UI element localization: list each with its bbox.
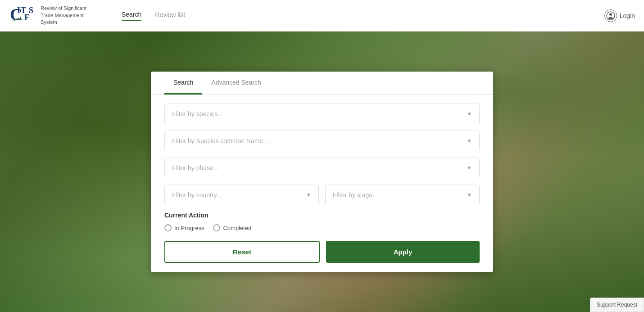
filter-country-dropdown[interactable]: Filter by country... ▼ bbox=[164, 185, 319, 205]
radio-completed-circle bbox=[213, 224, 220, 231]
radio-in-progress-circle bbox=[164, 224, 172, 231]
login-area[interactable]: Login bbox=[604, 9, 635, 22]
reset-button[interactable]: Reset bbox=[164, 241, 320, 263]
phase-chevron-icon: ▼ bbox=[467, 165, 472, 171]
apply-button[interactable]: Apply bbox=[326, 241, 480, 263]
species-chevron-icon: ▼ bbox=[467, 111, 472, 117]
svg-text:C: C bbox=[10, 5, 21, 24]
logo: C I T E S Review of Significant Trade Ma… bbox=[9, 3, 95, 28]
login-label: Login bbox=[620, 12, 635, 19]
filter-species-common-placeholder: Filter by Species common Name... bbox=[172, 137, 268, 145]
radio-completed[interactable]: Completed bbox=[213, 224, 251, 231]
radio-options: In Progress Completed bbox=[164, 224, 480, 231]
filter-species-common-dropdown[interactable]: Filter by Species common Name... ▼ bbox=[164, 131, 480, 151]
nav-review-list[interactable]: Review list bbox=[155, 11, 185, 20]
country-chevron-icon: ▼ bbox=[306, 192, 311, 198]
current-action-section: Current Action In Progress Completed bbox=[164, 212, 480, 231]
tab-content: Filter by species... ▼ Filter by Species… bbox=[151, 95, 493, 236]
filter-phase-dropdown[interactable]: Filter by phase... ▼ bbox=[164, 158, 480, 178]
filter-phase-placeholder: Filter by phase... bbox=[172, 164, 219, 172]
species-common-chevron-icon: ▼ bbox=[467, 138, 472, 144]
main-nav: Search Review list bbox=[122, 11, 185, 21]
filter-country-placeholder: Filter by country... bbox=[172, 191, 222, 199]
filter-row: Filter by country... ▼ Filter by stage..… bbox=[164, 185, 480, 205]
tab-search[interactable]: Search bbox=[164, 72, 202, 95]
modal-tabs: Search Advanced Search bbox=[151, 72, 493, 95]
user-icon bbox=[604, 9, 617, 22]
filter-species-dropdown[interactable]: Filter by species... ▼ bbox=[164, 104, 480, 124]
current-action-label: Current Action bbox=[164, 212, 480, 219]
radio-in-progress-label: In Progress bbox=[174, 225, 204, 231]
search-modal: Search Advanced Search Filter by species… bbox=[151, 72, 493, 272]
filter-stage-placeholder: Filter by stage... bbox=[333, 191, 378, 199]
header: C I T E S Review of Significant Trade Ma… bbox=[0, 0, 644, 32]
svg-point-7 bbox=[609, 13, 612, 16]
modal-footer: Reset Apply bbox=[151, 236, 493, 272]
main-content: Search Advanced Search Filter by species… bbox=[0, 32, 644, 312]
stage-chevron-icon: ▼ bbox=[467, 192, 472, 198]
support-request-button[interactable]: Support Request bbox=[590, 298, 644, 312]
filter-stage-dropdown[interactable]: Filter by stage... ▼ bbox=[325, 185, 480, 205]
radio-in-progress[interactable]: In Progress bbox=[164, 224, 204, 231]
tab-advanced-search[interactable]: Advanced Search bbox=[202, 72, 270, 95]
app-title: Review of Significant Trade Management S… bbox=[41, 5, 95, 26]
logo-icon: C I T E S bbox=[9, 3, 36, 28]
radio-completed-label: Completed bbox=[223, 225, 251, 231]
nav-search[interactable]: Search bbox=[122, 11, 141, 21]
filter-species-placeholder: Filter by species... bbox=[172, 110, 223, 118]
